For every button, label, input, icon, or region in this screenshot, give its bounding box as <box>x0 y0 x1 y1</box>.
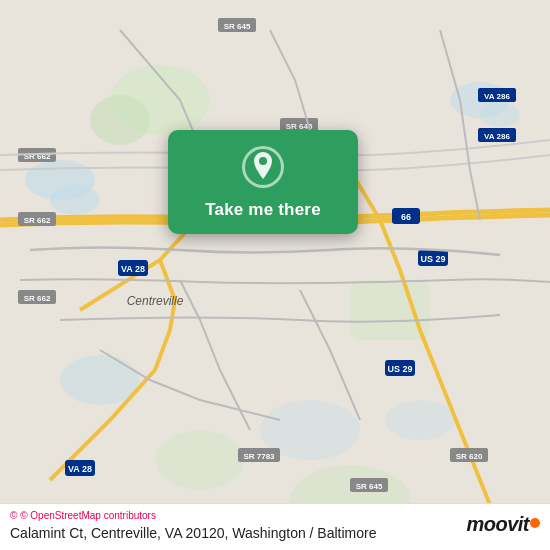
moovit-logo: moovit <box>466 513 540 536</box>
bottom-bar: © © OpenStreetMap contributors Calamint … <box>0 503 550 550</box>
moovit-logo-text: moovit <box>466 513 529 536</box>
svg-text:VA 286: VA 286 <box>484 92 510 101</box>
moovit-dot <box>530 518 540 528</box>
svg-text:VA 286: VA 286 <box>484 132 510 141</box>
copyright-symbol: © <box>10 510 17 521</box>
openstreetmap-attribution: © OpenStreetMap contributors <box>20 510 156 521</box>
svg-text:SR 645: SR 645 <box>356 482 383 491</box>
svg-point-4 <box>480 103 520 127</box>
svg-text:US 29: US 29 <box>387 364 412 374</box>
svg-text:SR 662: SR 662 <box>24 216 51 225</box>
svg-point-44 <box>259 157 267 165</box>
svg-point-9 <box>90 95 150 145</box>
svg-text:SR 662: SR 662 <box>24 294 51 303</box>
svg-text:SR 620: SR 620 <box>456 452 483 461</box>
svg-point-7 <box>385 400 455 440</box>
location-card: Take me there <box>168 130 358 234</box>
take-me-there-button[interactable]: Take me there <box>182 198 344 222</box>
copyright-text: © © OpenStreetMap contributors <box>10 510 540 521</box>
svg-text:VA 28: VA 28 <box>68 464 92 474</box>
svg-text:VA 28: VA 28 <box>121 264 145 274</box>
svg-point-11 <box>155 430 245 490</box>
map-pin-icon <box>242 146 284 188</box>
svg-text:Centreville: Centreville <box>127 294 184 308</box>
svg-point-2 <box>50 185 100 215</box>
svg-text:66: 66 <box>401 212 411 222</box>
map-container: 66 VA 28 VA 28 US 29 US 29 SR 662 SR 662… <box>0 0 550 550</box>
svg-rect-10 <box>350 280 430 340</box>
svg-text:US 29: US 29 <box>420 254 445 264</box>
svg-text:SR 7783: SR 7783 <box>243 452 275 461</box>
map-background: 66 VA 28 VA 28 US 29 US 29 SR 662 SR 662… <box>0 0 550 550</box>
address-line: Calamint Ct, Centreville, VA 20120, Wash… <box>10 524 377 542</box>
svg-text:SR 645: SR 645 <box>224 22 251 31</box>
